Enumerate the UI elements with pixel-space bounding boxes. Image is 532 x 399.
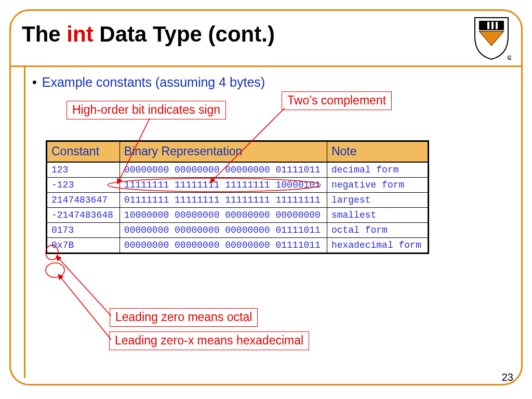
constants-table: Constant Binary Representation Note 123 … (46, 140, 429, 254)
cell-constant: -2147483648 (47, 208, 120, 223)
cell-note: octal form (327, 223, 428, 238)
annotation-twos-complement: Two’s complement (282, 91, 392, 110)
bullet-line: •Example constants (assuming 4 bytes) (32, 75, 265, 90)
cell-binary: 01111111 11111111 11111111 11111111 (119, 193, 327, 208)
annotation-leading-zero-octal: Leading zero means octal (110, 308, 258, 327)
col-note: Note (327, 141, 428, 163)
annotation-leading-zero-hex: Leading zero-x means hexadecimal (109, 331, 309, 350)
page-number: 23 (502, 371, 513, 383)
side-tick (24, 66, 25, 378)
col-constant: Constant (47, 141, 120, 163)
cell-constant: 0173 (47, 223, 120, 238)
cell-constant: 123 (47, 162, 120, 178)
annotation-high-order-bit: High-order bit indicates sign (66, 101, 226, 119)
cell-note: hexadecimal form (327, 238, 428, 254)
title-rule (10, 65, 522, 67)
table-row: 0173 00000000 00000000 00000000 01111011… (47, 223, 429, 238)
cell-note: negative form (327, 178, 428, 193)
title-pre: The (22, 22, 66, 46)
cell-binary: 00000000 00000000 00000000 01111011 (119, 223, 327, 238)
cell-note: smallest (327, 208, 428, 223)
table-row: -123 11111111 11111111 11111111 10000101… (47, 178, 429, 193)
cell-constant: 2147483647 (47, 193, 120, 208)
svg-rect-2 (491, 22, 494, 29)
cell-note: largest (327, 193, 428, 208)
cell-binary: 00000000 00000000 00000000 01111011 (119, 238, 327, 254)
slide: The int Data Type (cont.) R •Example con… (0, 0, 532, 399)
table-row: 0x7B 00000000 00000000 00000000 01111011… (47, 238, 429, 254)
table-row: -2147483648 10000000 00000000 00000000 0… (47, 208, 429, 223)
cell-binary: 00000000 00000000 00000000 01111011 (119, 162, 327, 178)
svg-rect-3 (496, 22, 498, 29)
cell-constant: 0x7B (47, 238, 120, 254)
cell-constant: -123 (47, 178, 120, 193)
table-row: 2147483647 01111111 11111111 11111111 11… (47, 193, 429, 208)
table-row: 123 00000000 00000000 00000000 01111011 … (47, 162, 429, 178)
slide-title: The int Data Type (cont.) (22, 22, 275, 47)
princeton-crest-icon: R (472, 15, 511, 60)
bullet-text: Example constants (assuming 4 bytes) (42, 75, 265, 89)
col-binary: Binary Representation (119, 141, 327, 163)
svg-line-9 (58, 274, 111, 340)
svg-rect-1 (487, 22, 489, 29)
cell-binary: 10000000 00000000 00000000 00000000 (119, 208, 327, 223)
title-keyword: int (66, 22, 93, 46)
svg-line-8 (56, 256, 111, 316)
table-header-row: Constant Binary Representation Note (47, 141, 429, 163)
cell-binary: 11111111 11111111 11111111 10000101 (119, 178, 327, 193)
bullet-dot-icon: • (32, 75, 37, 89)
svg-point-12 (46, 263, 64, 277)
svg-text:R: R (509, 57, 511, 60)
title-post: Data Type (cont.) (94, 22, 275, 46)
cell-note: decimal form (327, 162, 428, 178)
